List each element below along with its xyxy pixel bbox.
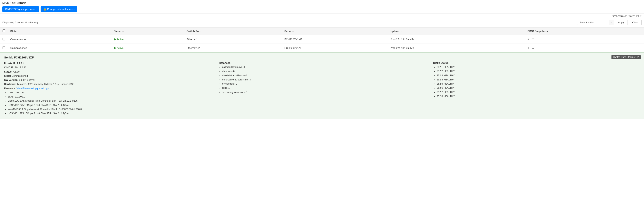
table-row: Commissioned Active Ethernet1/2 FCH2206V… bbox=[0, 44, 644, 52]
row-check-cell bbox=[0, 35, 8, 44]
detail-col-info: Private IP: 1.1.1.4 CIMC IP: 10.13.4.12 … bbox=[4, 61, 211, 116]
instance-item: druidHistoricalBroker-4 bbox=[222, 74, 426, 78]
row-uptime: 2mo 27d 13h 2m 52s bbox=[388, 44, 525, 52]
instance-item: enforcementCoordinator-3 bbox=[222, 78, 426, 82]
toolbar: Displaying 6 nodes (0 selected) Select a… bbox=[0, 18, 644, 28]
orchestrator-state: Orchestrator State: IDLE bbox=[612, 15, 642, 18]
row-state: Commissioned bbox=[8, 44, 111, 52]
orchestrator-row: Orchestrator State: IDLE bbox=[0, 14, 644, 18]
add-snapshot-icon[interactable]: + bbox=[528, 46, 529, 50]
firmware-item: BIOS: 2.0.10e.0 bbox=[8, 95, 211, 99]
detail-firmware: Firmware: View Firmware Upgrade Logs bbox=[4, 87, 211, 91]
row-checkbox-0[interactable] bbox=[2, 38, 5, 40]
status-text: Active bbox=[116, 47, 124, 50]
cimc-password-button[interactable]: CIMC/TOR guest password bbox=[2, 6, 39, 12]
status-dot bbox=[114, 39, 116, 40]
disk-item: 252:4 HEALTHY bbox=[437, 78, 640, 82]
top-bar: Model: 8RU-PROD CIMC/TOR guest password … bbox=[0, 0, 644, 14]
select-action-text: Select action bbox=[577, 20, 609, 25]
detail-private-ip: Private IP: 1.1.1.4 bbox=[4, 61, 211, 66]
detail-serial: Serial: FCH2206V1ZF bbox=[4, 56, 640, 59]
instances-title: Instances bbox=[219, 61, 426, 64]
row-uptime: 2mo 27d 13h 3m 47s bbox=[388, 35, 525, 44]
row-status: Active bbox=[111, 44, 184, 52]
th-cimc-snapshots: CIMC Snapshots bbox=[525, 28, 644, 35]
add-snapshot-icon[interactable]: + bbox=[528, 38, 529, 41]
switch-port-badge: Switch Port: Ethernet1/2 bbox=[612, 55, 641, 59]
lock-icon: 🔒 bbox=[43, 8, 46, 11]
detail-panel: Switch Port: Ethernet1/2 Serial: FCH2206… bbox=[0, 52, 644, 119]
disks-list: 252:1 HEALTHY252:2 HEALTHY252:3 HEALTHY2… bbox=[437, 65, 640, 98]
clear-button[interactable]: Clear bbox=[629, 20, 642, 25]
toolbar-right: Select action ▾ Apply Clear bbox=[577, 20, 642, 25]
row-switch-port: Ethernet1/2 bbox=[184, 44, 282, 52]
firmware-link[interactable]: View Firmware Upgrade Logs bbox=[16, 87, 48, 90]
disks-title: Disks Status bbox=[433, 61, 640, 64]
instances-list: collectorDatamover-6datanode-6druidHisto… bbox=[222, 65, 426, 94]
detail-cimc-ip: CIMC IP: 10.13.4.12 bbox=[4, 66, 211, 70]
detail-state: State: Commissioned bbox=[4, 74, 211, 78]
row-status: Active bbox=[111, 35, 184, 44]
disk-item: 252:3 HEALTHY bbox=[437, 74, 640, 78]
firmware-list: CIMC: 2.0(10e)BIOS: 2.0.10e.0Cisco 12G S… bbox=[8, 91, 211, 116]
instance-item: datanode-6 bbox=[222, 69, 426, 73]
disk-item: 252:8 HEALTHY bbox=[437, 94, 640, 98]
sort-icon-serial[interactable]: ↑↓ bbox=[292, 30, 294, 32]
change-external-access-button[interactable]: 🔒 Change external access bbox=[40, 6, 77, 12]
row-switch-port: Ethernet1/1 bbox=[184, 35, 282, 44]
select-all-checkbox[interactable] bbox=[2, 30, 5, 32]
sort-icon-status[interactable]: ↑↓ bbox=[122, 30, 124, 32]
detail-sw-version: SW Version: 3.6.0.10.devel bbox=[4, 78, 211, 82]
th-switch-port: Switch Port ↑ bbox=[184, 28, 282, 35]
nodes-table: State ↑↓ Status ↑↓ Switch Port ↑ Serial … bbox=[0, 28, 644, 52]
th-check bbox=[0, 28, 8, 35]
top-actions: CIMC/TOR guest password 🔒 Change externa… bbox=[2, 6, 642, 12]
sort-icon-uptime[interactable]: ↑↓ bbox=[400, 30, 402, 32]
table-row: Commissioned Active Ethernet1/1 FCH2206V… bbox=[0, 35, 644, 44]
th-status: Status ↑↓ bbox=[111, 28, 184, 35]
sort-icon-switch-port[interactable]: ↑ bbox=[201, 30, 202, 32]
download-snapshot-icon[interactable]: ↧ bbox=[532, 46, 534, 50]
display-count: Displaying 6 nodes (0 selected) bbox=[2, 21, 38, 24]
download-snapshot-icon[interactable]: ↧ bbox=[532, 38, 534, 41]
disk-item: 252:1 HEALTHY bbox=[437, 65, 640, 69]
instance-item: secondaryNamenode-1 bbox=[222, 90, 426, 94]
row-check-cell bbox=[0, 44, 8, 52]
row-cimc-snapshots: + ↧ bbox=[525, 35, 644, 44]
firmware-item: Intel(R) I350 1 Gbps Network Controller … bbox=[8, 107, 211, 111]
row-cimc-snapshots: + ↧ bbox=[525, 44, 644, 52]
detail-status: Status: Active bbox=[4, 70, 211, 74]
firmware-item: UCS VIC 1225 10Gbps 2 port CNA SFP+ Slot… bbox=[8, 103, 211, 107]
instance-item: orchestrator-2 bbox=[222, 82, 426, 86]
detail-grid: Private IP: 1.1.1.4 CIMC IP: 10.13.4.12 … bbox=[4, 61, 640, 116]
row-serial: FCH2206V1ZF bbox=[282, 44, 388, 52]
instance-item: collectorDatamover-6 bbox=[222, 65, 426, 69]
row-state: Commissioned bbox=[8, 35, 111, 44]
instance-item: redis-1 bbox=[222, 86, 426, 90]
detail-hardware: Hardware: 44 cores, 962G memory, 8 disks… bbox=[4, 82, 211, 86]
disk-item: 252:5 HEALTHY bbox=[437, 82, 640, 86]
row-checkbox-1[interactable] bbox=[2, 46, 5, 49]
detail-col-disks: Disks Status 252:1 HEALTHY252:2 HEALTHY2… bbox=[433, 61, 640, 116]
firmware-item: Cisco 12G SAS Modular Raid Controller Sl… bbox=[8, 99, 211, 103]
chevron-down-icon[interactable]: ▾ bbox=[609, 20, 613, 25]
row-serial: FCH2206V1NF bbox=[282, 35, 388, 44]
table-header-row: State ↑↓ Status ↑↓ Switch Port ↑ Serial … bbox=[0, 28, 644, 35]
th-state: State ↑↓ bbox=[8, 28, 111, 35]
th-serial: Serial ↑↓ bbox=[282, 28, 388, 35]
model-title: Model: 8RU-PROD bbox=[2, 2, 642, 5]
apply-button[interactable]: Apply bbox=[614, 20, 628, 25]
disk-item: 252:6 HEALTHY bbox=[437, 86, 640, 90]
disk-item: 252:2 HEALTHY bbox=[437, 69, 640, 73]
th-uptime: Uptime ↑↓ bbox=[388, 28, 525, 35]
detail-col-instances: Instances collectorDatamover-6datanode-6… bbox=[219, 61, 426, 116]
sort-icon-state[interactable]: ↑↓ bbox=[17, 30, 19, 32]
status-text: Active bbox=[116, 38, 124, 41]
firmware-item: UCS VIC 1225 10Gbps 2 port CNA SFP+ Slot… bbox=[8, 111, 211, 116]
status-dot bbox=[114, 47, 116, 49]
disk-item: 252:7 HEALTHY bbox=[437, 90, 640, 94]
select-action-wrapper[interactable]: Select action ▾ bbox=[577, 20, 614, 25]
firmware-item: CIMC: 2.0(10e) bbox=[8, 91, 211, 95]
